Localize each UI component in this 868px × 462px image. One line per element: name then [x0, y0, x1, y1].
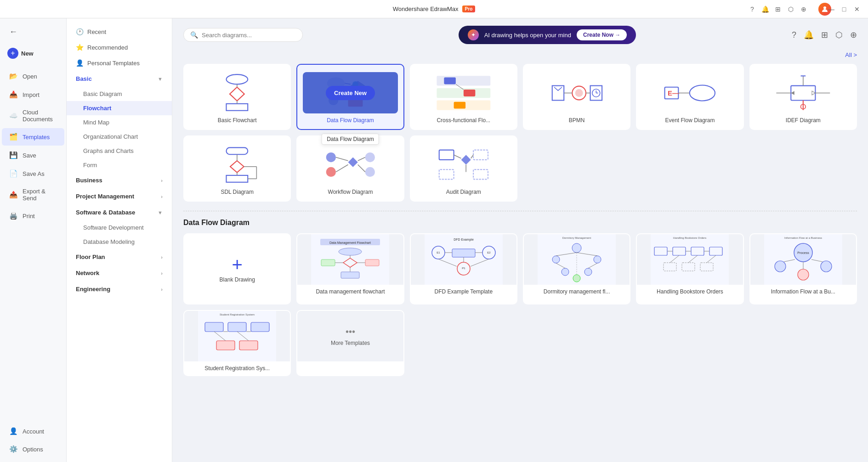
help-icon[interactable]: ?: [749, 6, 756, 13]
search-bar[interactable]: 🔍: [183, 28, 303, 42]
notification-icon[interactable]: 🔔: [761, 6, 769, 13]
section-floorplan[interactable]: Floor Plan ›: [67, 249, 172, 265]
ai-icon: ✦: [468, 29, 479, 40]
software-label: Software & Database: [76, 209, 135, 216]
template-6[interactable]: Student Registration System Student Regi…: [183, 310, 291, 376]
recommended-label: Recommended: [87, 44, 128, 51]
sub-form[interactable]: Form: [67, 158, 172, 172]
mid-item-recent[interactable]: 🕐 Recent: [67, 24, 172, 39]
grid-icon[interactable]: ⊞: [821, 30, 828, 40]
section-business[interactable]: Business ›: [67, 172, 172, 188]
sidebar-item-save[interactable]: 💾 Save: [2, 146, 64, 164]
options-label: Options: [23, 446, 43, 453]
template-5[interactable]: Information Flow at a Business Process I…: [749, 233, 857, 304]
sidebar-item-saveas[interactable]: 📄 Save As: [2, 165, 64, 182]
svg-text:Handling Bookstore Orders: Handling Bookstore Orders: [673, 237, 706, 239]
svg-rect-61: [439, 169, 454, 179]
card-cross-functional[interactable]: Cross-functional Flo...: [410, 64, 517, 130]
svg-rect-74: [341, 272, 359, 278]
section-engineering[interactable]: Engineering ›: [67, 281, 172, 297]
toolbar-right: ? 🔔 ⊞ ⬡ ⊕: [792, 30, 857, 40]
sub-db-model[interactable]: Database Modeling: [67, 235, 172, 249]
sidebar-item-templates[interactable]: 🗂️ Templates: [2, 128, 64, 146]
template-img-5: Information Flow at a Business Process: [750, 234, 856, 285]
search-input[interactable]: [202, 32, 296, 39]
template-dfd-example[interactable]: DFD Example P1 E1 E2: [410, 233, 517, 304]
minimize-button[interactable]: —: [828, 6, 835, 13]
template-blank[interactable]: + Blank Drawing: [183, 233, 291, 304]
export-label: Export & Send: [23, 188, 57, 202]
back-button[interactable]: ←: [2, 23, 64, 41]
mid-sidebar: 🕐 Recent ⭐ Recommended 👤 Personal Templa…: [67, 18, 172, 462]
card-bpmn[interactable]: BPMN: [523, 64, 630, 130]
sub-graphs[interactable]: Graphs and Charts: [67, 144, 172, 158]
share-icon[interactable]: ⬡: [787, 6, 794, 13]
sidebar-item-export[interactable]: 📤 Export & Send: [2, 183, 64, 206]
software-children: Software Development Database Modeling: [67, 220, 172, 249]
all-link[interactable]: All >: [183, 51, 857, 58]
section-software[interactable]: Software & Database ▼: [67, 204, 172, 220]
new-nav-item[interactable]: + New: [0, 43, 66, 63]
sub-mind-map[interactable]: Mind Map: [67, 115, 172, 130]
print-label: Print: [23, 213, 35, 220]
card-label-cross: Cross-functional Flo...: [437, 117, 490, 124]
help-toolbar-icon[interactable]: ?: [792, 30, 796, 40]
card-data-flow[interactable]: Create New Data Flow Diagram Data Flow D…: [296, 64, 404, 130]
svg-rect-106: [651, 234, 729, 285]
share-toolbar-icon[interactable]: ⬡: [835, 30, 843, 40]
settings-icon[interactable]: ⊕: [800, 6, 807, 13]
ai-create-button[interactable]: Create Now →: [577, 29, 627, 40]
mid-item-recommended[interactable]: ⭐ Recommended: [67, 39, 172, 55]
sidebar-item-import[interactable]: 📥 Import: [2, 86, 64, 103]
recent-label: Recent: [87, 28, 106, 35]
more-dots-icon: •••: [346, 327, 355, 337]
card-event-flow[interactable]: E— Event Flow Diagram: [636, 64, 743, 130]
template-dormitory[interactable]: Dormitory Management: [523, 233, 630, 304]
card-workflow[interactable]: Workflow Diagram: [296, 135, 404, 202]
sub-sw-dev[interactable]: Software Development: [67, 220, 172, 235]
sidebar-item-print[interactable]: 🖨️ Print: [2, 207, 64, 225]
card-label-bpmn: BPMN: [569, 117, 585, 124]
template-more[interactable]: ••• More Templates: [296, 310, 404, 376]
template-img-4: Handling Bookstore Orders: [637, 234, 743, 285]
card-basic-flowchart[interactable]: Basic Flowchart: [183, 64, 291, 130]
sub-org-chart[interactable]: Organizational Chart: [67, 130, 172, 144]
create-new-button[interactable]: Create New: [326, 86, 375, 100]
floorplan-label: Floor Plan: [76, 254, 105, 260]
card-label-sdl: SDL Diagram: [221, 189, 254, 195]
sub-flowchart[interactable]: Flowchart: [67, 101, 172, 115]
search-icon: 🔍: [190, 31, 198, 39]
svg-rect-42: [227, 147, 248, 154]
svg-text:P1: P1: [462, 267, 465, 270]
mid-item-personal[interactable]: 👤 Personal Templates: [67, 55, 172, 71]
template-bookstore[interactable]: Handling Bookstore Orders: [636, 233, 743, 304]
sidebar-item-account[interactable]: 👤 Account: [2, 423, 64, 440]
sidebar-item-options[interactable]: ⚙️ Options: [2, 440, 64, 458]
ai-banner[interactable]: ✦ AI drawing helps open your mind Create…: [459, 26, 636, 44]
svg-point-31: [689, 85, 715, 101]
cloud-icon: ☁️: [9, 112, 18, 120]
business-label: Business: [76, 177, 102, 184]
account-icon: 👤: [9, 427, 18, 435]
maximize-button[interactable]: □: [840, 6, 848, 13]
svg-rect-60: [473, 150, 488, 159]
close-button[interactable]: ✕: [853, 6, 861, 13]
svg-rect-133: [205, 322, 223, 332]
sidebar-item-cloud[interactable]: ☁️ Cloud Documents: [2, 104, 64, 127]
section-project[interactable]: Project Management ›: [67, 188, 172, 204]
settings-toolbar-icon[interactable]: ⊕: [850, 30, 857, 40]
card-audit[interactable]: Audit Diagram: [410, 135, 517, 202]
sub-basic-diagram[interactable]: Basic Diagram: [67, 87, 172, 101]
engineering-label: Engineering: [76, 286, 110, 293]
template-data-mgmt[interactable]: Data Management Flowchart Data managemen…: [296, 233, 404, 304]
sidebar-item-open[interactable]: 📂 Open: [2, 68, 64, 85]
section-network[interactable]: Network ›: [67, 265, 172, 281]
card-sdl[interactable]: SDL Diagram: [183, 135, 291, 202]
bell-icon[interactable]: 🔔: [804, 30, 814, 40]
template-img-1: Data Management Flowchart: [297, 234, 403, 285]
section-basic[interactable]: Basic ▼: [67, 71, 172, 87]
svg-point-98: [562, 268, 569, 276]
svg-point-96: [552, 256, 560, 263]
apps-icon[interactable]: ⊞: [774, 6, 782, 13]
card-idef[interactable]: IDEF Diagram: [749, 64, 857, 130]
